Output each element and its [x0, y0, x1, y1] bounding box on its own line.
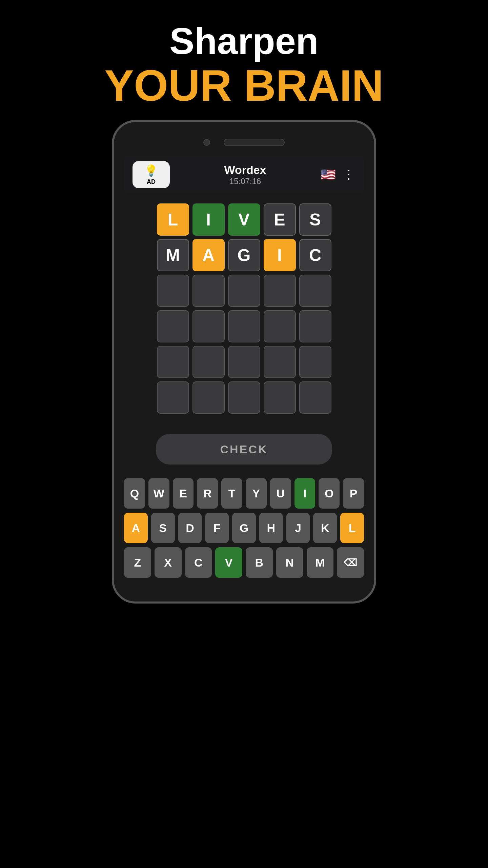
grid-cell-4-0 — [157, 346, 189, 378]
app-icons-area: 🇺🇸 ⋮ — [321, 167, 355, 182]
game-grid: LIVESMAGIC — [157, 203, 331, 414]
grid-cell-2-1 — [192, 275, 225, 307]
game-area: LIVESMAGIC — [114, 193, 374, 424]
grid-cell-1-0: M — [157, 239, 189, 271]
key-N[interactable]: N — [276, 547, 303, 578]
ad-label: AD — [147, 178, 156, 185]
grid-row-5 — [157, 381, 331, 414]
grid-cell-1-2: G — [228, 239, 260, 271]
grid-row-2 — [157, 275, 331, 307]
check-button[interactable]: CHECK — [156, 434, 332, 465]
grid-cell-3-1 — [192, 310, 225, 342]
keyboard-row-0: QWERTYUIOP — [124, 478, 364, 509]
grid-row-0: LIVES — [157, 203, 331, 236]
key-Y[interactable]: Y — [246, 478, 267, 509]
ad-button[interactable]: 💡 AD — [133, 161, 170, 188]
key-R[interactable]: R — [197, 478, 218, 509]
grid-cell-1-3: I — [264, 239, 296, 271]
key-G[interactable]: G — [232, 513, 256, 543]
bulb-icon: 💡 — [144, 164, 158, 177]
grid-cell-1-1: A — [192, 239, 225, 271]
key-V[interactable]: V — [215, 547, 242, 578]
key-F[interactable]: F — [205, 513, 229, 543]
key-X[interactable]: X — [155, 547, 182, 578]
key-H[interactable]: H — [259, 513, 283, 543]
key-A[interactable]: A — [124, 513, 148, 543]
grid-cell-0-4: S — [299, 203, 331, 236]
flag-icon[interactable]: 🇺🇸 — [321, 167, 336, 182]
grid-row-3 — [157, 310, 331, 342]
keyboard-row-1: ASDFGHJKL — [124, 513, 364, 543]
phone-camera — [203, 139, 210, 146]
keyboard-area: QWERTYUIOPASDFGHJKLZXCVBNM⌫ — [114, 471, 374, 588]
key-K[interactable]: K — [313, 513, 337, 543]
grid-cell-2-3 — [264, 275, 296, 307]
grid-row-1: MAGIC — [157, 239, 331, 271]
key-B[interactable]: B — [246, 547, 273, 578]
grid-cell-2-2 — [228, 275, 260, 307]
grid-cell-0-2: V — [228, 203, 260, 236]
header-line1: Sharpen — [104, 20, 383, 61]
grid-cell-5-3 — [264, 381, 296, 414]
key-⌫[interactable]: ⌫ — [337, 547, 364, 578]
grid-cell-2-0 — [157, 275, 189, 307]
key-T[interactable]: T — [221, 478, 242, 509]
grid-cell-4-3 — [264, 346, 296, 378]
grid-cell-2-4 — [299, 275, 331, 307]
grid-cell-0-1: I — [192, 203, 225, 236]
key-D[interactable]: D — [178, 513, 202, 543]
header-line2: YOUR BRAIN — [104, 61, 383, 110]
keyboard-row-2: ZXCVBNM⌫ — [124, 547, 364, 578]
grid-cell-5-2 — [228, 381, 260, 414]
app-title: Wordex — [170, 163, 321, 177]
grid-cell-5-4 — [299, 381, 331, 414]
key-C[interactable]: C — [185, 547, 212, 578]
check-button-area: CHECK — [114, 424, 374, 471]
key-E[interactable]: E — [173, 478, 194, 509]
key-I[interactable]: I — [294, 478, 316, 509]
grid-cell-5-0 — [157, 381, 189, 414]
grid-row-4 — [157, 346, 331, 378]
grid-cell-0-3: E — [264, 203, 296, 236]
grid-cell-4-2 — [228, 346, 260, 378]
key-M[interactable]: M — [307, 547, 334, 578]
key-W[interactable]: W — [148, 478, 169, 509]
app-timer: 15:07:16 — [170, 177, 321, 186]
app-title-area: Wordex 15:07:16 — [170, 163, 321, 186]
key-U[interactable]: U — [270, 478, 291, 509]
key-L[interactable]: L — [340, 513, 364, 543]
grid-cell-4-1 — [192, 346, 225, 378]
key-J[interactable]: J — [286, 513, 310, 543]
app-bar: 💡 AD Wordex 15:07:16 🇺🇸 ⋮ — [124, 156, 364, 193]
phone-frame: 💡 AD Wordex 15:07:16 🇺🇸 ⋮ LIVESMAGIC CHE… — [112, 120, 376, 604]
side-button — [375, 241, 376, 281]
grid-cell-3-4 — [299, 310, 331, 342]
grid-cell-3-0 — [157, 310, 189, 342]
phone-notch — [114, 132, 374, 153]
key-Z[interactable]: Z — [124, 547, 151, 578]
grid-cell-5-1 — [192, 381, 225, 414]
grid-cell-4-4 — [299, 346, 331, 378]
grid-cell-1-4: C — [299, 239, 331, 271]
key-O[interactable]: O — [319, 478, 340, 509]
key-S[interactable]: S — [151, 513, 175, 543]
key-Q[interactable]: Q — [124, 478, 145, 509]
phone-speaker — [224, 139, 285, 146]
grid-cell-3-2 — [228, 310, 260, 342]
header-area: Sharpen YOUR BRAIN — [104, 20, 383, 110]
menu-dots-icon[interactable]: ⋮ — [343, 167, 355, 182]
grid-cell-0-0: L — [157, 203, 189, 236]
key-P[interactable]: P — [343, 478, 364, 509]
grid-cell-3-3 — [264, 310, 296, 342]
